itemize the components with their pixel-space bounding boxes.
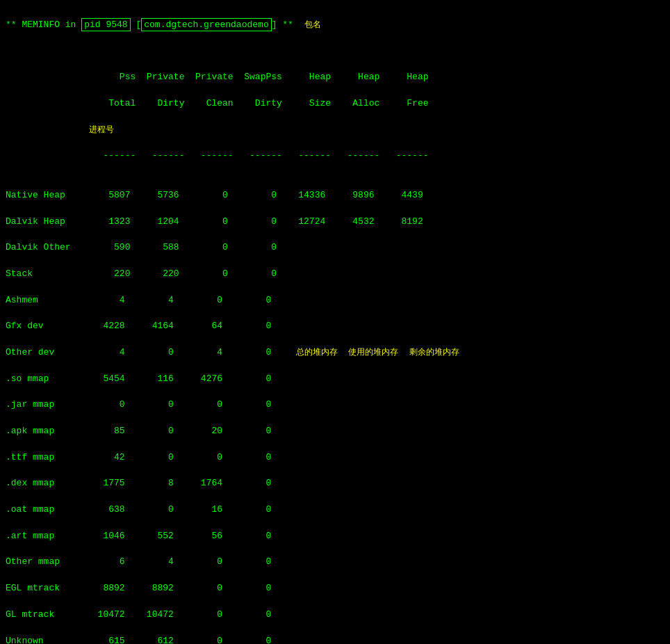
pkg-annotation: 包名 — [304, 20, 321, 30]
row-other-mmap: Other mmap 6 4 0 0 — [6, 556, 664, 569]
row-apk-mmap: .apk mmap 85 0 20 0 — [6, 425, 664, 438]
row-egl-mtrack: EGL mtrack 8892 8892 0 0 — [6, 582, 664, 595]
heap-size-annot: 总的堆内存 — [282, 348, 338, 357]
row-jar-mmap: .jar mmap 0 0 0 0 — [6, 399, 664, 412]
col-divider: ------ ------ ------ ------ ------ -----… — [6, 150, 664, 163]
row-so-mmap: .so mmap 5454 116 4276 0 — [6, 373, 664, 386]
header-line: ** MEMINFO in pid 9548 [com.dgtech.green… — [6, 19, 664, 32]
pkg-box: com.dgtech.greendaodemo — [141, 18, 271, 31]
row-stack: Stack 220 220 0 0 — [6, 268, 664, 281]
row-other-dev: Other dev 4 0 4 0 总的堆内存 使用的堆内存 剩余的堆内存 — [6, 346, 664, 360]
row-dalvik-other: Dalvik Other 590 588 0 0 — [6, 241, 664, 255]
row-oat-mmap: .oat mmap 638 0 16 0 — [6, 504, 664, 517]
row-native-heap: Native Heap 5807 5736 0 0 14336 9896 443… — [6, 189, 664, 202]
heap-free-annot: 剩余的堆内存 — [409, 348, 459, 357]
row-gfx-dev: Gfx dev 4228 4164 64 0 — [6, 320, 664, 333]
col-header2: Total Dirty Clean Dirty Size Alloc Free — [6, 97, 664, 111]
row-art-mmap: .art mmap 1046 552 56 0 — [6, 530, 664, 543]
row-ashmem: Ashmem 4 4 0 0 — [6, 294, 664, 307]
heap-alloc-annot: 使用的堆内存 — [348, 348, 398, 357]
annotation-pid: 进程号 — [6, 124, 664, 137]
row-gl-mtrack: GL mtrack 10472 10472 0 0 — [6, 609, 664, 622]
row-unknown: Unknown 615 612 0 0 — [6, 635, 664, 645]
meminfo-output: ** MEMINFO in pid 9548 [com.dgtech.green… — [6, 6, 664, 644]
row-ttf-mmap: .ttf mmap 42 0 0 0 — [6, 451, 664, 465]
col-header1: Pss Private Private SwapPss Heap Heap He… — [6, 71, 664, 84]
row-dex-mmap: .dex mmap 1775 8 1764 0 — [6, 477, 664, 490]
pid-box: pid 9548 — [81, 18, 130, 31]
row-dalvik-heap: Dalvik Heap 1323 1204 0 0 12724 4532 819… — [6, 216, 664, 229]
